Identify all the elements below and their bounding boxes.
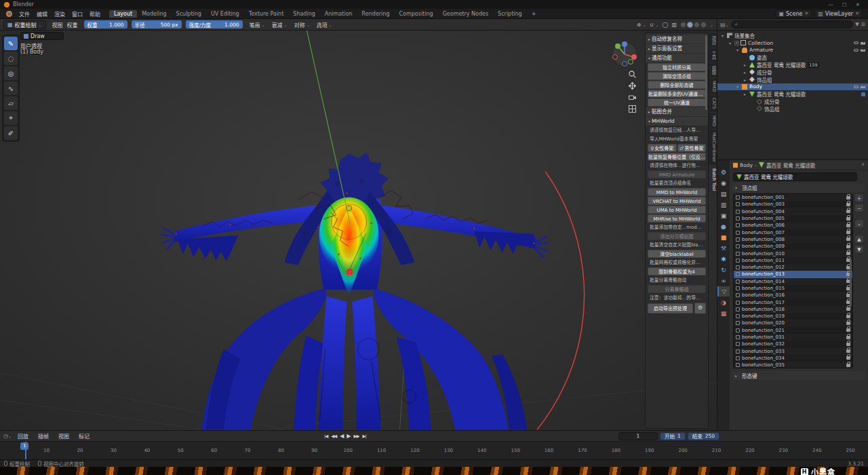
- sidebar-row[interactable]: 独立材质分离: [648, 63, 706, 71]
- viewport-menu-item[interactable]: 视图: [50, 21, 65, 28]
- workspace-tab[interactable]: Scripting: [493, 10, 527, 18]
- vertex-group-row[interactable]: bonefunction_003: [734, 201, 852, 208]
- play-reverse-button[interactable]: ◀: [340, 433, 343, 439]
- hide-eye-icon[interactable]: [854, 86, 859, 88]
- remove-vertex-group-button[interactable]: －: [854, 204, 864, 212]
- next-keyframe-button[interactable]: ▶▶: [354, 434, 359, 439]
- sidebar-row[interactable]: 统一UV通道: [648, 98, 706, 107]
- overlays-toggle[interactable]: ▥: [671, 22, 677, 28]
- sidebar-row[interactable]: ▸ 显示面板设置: [646, 44, 708, 53]
- vertex-group-row[interactable]: bonefunction_017: [734, 299, 852, 305]
- minimize-button[interactable]: ―: [825, 2, 837, 7]
- scene-unlink-icon[interactable]: ✕: [804, 11, 808, 16]
- vertex-groups-panel-header[interactable]: ▾ 顶点组: [732, 183, 865, 192]
- properties-tab[interactable]: ▣: [717, 210, 730, 221]
- collection-checkbox[interactable]: ✓: [734, 41, 739, 45]
- jump-to-start-button[interactable]: |◀: [324, 434, 328, 439]
- workspace-tab[interactable]: Layout: [109, 10, 137, 18]
- lock-icon[interactable]: [846, 322, 850, 325]
- vertex-group-row[interactable]: bonefunction_010: [734, 250, 852, 256]
- outliner-row[interactable]: ✓ 饰品组: [717, 105, 868, 113]
- lock-icon[interactable]: [846, 231, 850, 234]
- brush-dropdown[interactable]: 衰减: [272, 21, 288, 28]
- lock-icon[interactable]: [846, 364, 850, 367]
- workspace-tab[interactable]: Animation: [320, 10, 357, 18]
- sidebar-row[interactable]: 导入MHWorld基本骨架: [648, 135, 706, 143]
- properties-tab[interactable]: ◉: [717, 178, 730, 188]
- vertex-group-row[interactable]: bonefunction_016: [734, 292, 852, 299]
- vertex-group-row[interactable]: bonefunction_008: [734, 236, 852, 243]
- sidebar-row[interactable]: 批量添加带自定…mod分贝模贴图: [648, 223, 706, 231]
- viewlayer-unlink-icon[interactable]: ✕: [855, 11, 859, 16]
- menu-item[interactable]: 渲染: [51, 10, 68, 18]
- sidebar-row[interactable]: 限制骨骼权重为4: [648, 267, 706, 276]
- viewport-menu-item[interactable]: 权重: [65, 21, 80, 28]
- start-frame-field[interactable]: 开始 1: [660, 432, 686, 440]
- tool-button[interactable]: ∿: [4, 81, 18, 95]
- active-brush-selector[interactable]: Draw: [20, 32, 64, 40]
- properties-tab[interactable]: ▤: [717, 189, 730, 199]
- sidebar-row[interactable]: 清除空顶点组: [648, 72, 706, 80]
- expand-caret-icon[interactable]: ▸: [744, 62, 749, 67]
- sidebar-row[interactable]: ▾ 通用功能: [646, 54, 708, 62]
- sidebar-row[interactable]: MMD Armature: [648, 170, 706, 178]
- sidebar-row[interactable]: 删除全部形态键: [648, 81, 706, 89]
- disable-render-icon[interactable]: [861, 41, 865, 45]
- sidebar-row[interactable]: 批量恢复骨骼位置（仅反向pose…: [648, 153, 706, 161]
- lock-icon[interactable]: [846, 210, 850, 213]
- lock-icon[interactable]: [846, 203, 850, 206]
- sidebar-row[interactable]: 分离骨骼组: [648, 285, 706, 293]
- outliner-row[interactable]: ▸ ✓ 成分骨: [717, 69, 868, 76]
- vertex-group-row[interactable]: bonefunction_004: [734, 208, 852, 215]
- lock-icon[interactable]: [846, 328, 850, 332]
- tool-button[interactable]: ▱: [4, 96, 18, 110]
- shading-dropdown-icon[interactable]: ⌄: [710, 22, 713, 27]
- workspace-tab[interactable]: Geometry Nodes: [438, 10, 493, 18]
- sidebar-row[interactable]: ▾ MHWorld: [646, 117, 708, 126]
- pin-icon[interactable]: ⌖: [861, 162, 865, 168]
- workspace-tab[interactable]: Sculpting: [172, 10, 206, 18]
- sidebar-scrollbar[interactable]: [705, 35, 707, 110]
- brush-dropdown[interactable]: 笔画: [250, 21, 265, 28]
- solid-shading-icon[interactable]: [687, 22, 693, 28]
- add-vertex-group-button[interactable]: ＋: [854, 193, 864, 202]
- vertex-group-row[interactable]: bonefunction_012: [734, 264, 852, 271]
- sidebar-row[interactable]: 注意：该功能将…的导出前预处理!: [648, 294, 706, 302]
- vertex-group-row[interactable]: bonefunction_031: [734, 334, 852, 341]
- expand-caret-icon[interactable]: ▾: [729, 41, 734, 45]
- menu-item[interactable]: 编辑: [33, 10, 51, 18]
- sidebar-row[interactable]: 批量清空自定义贴图black label: [648, 241, 706, 249]
- sidebar-row[interactable]: 请谨慎恢复已经…人导出骨骼时: [648, 126, 706, 134]
- tool-button[interactable]: ✎: [4, 37, 18, 50]
- vertex-group-row[interactable]: bonefunction_035: [734, 362, 852, 368]
- end-frame-field[interactable]: 结束 250: [688, 432, 719, 440]
- sidebar-row[interactable]: 添加分贝模贴图: [648, 232, 706, 240]
- expand-caret-icon[interactable]: ▸: [744, 77, 749, 82]
- sidebar-row[interactable]: 批量网格权重规格化并限制为4: [648, 259, 706, 267]
- sidebar-row[interactable]: 请谨慎在物体…进行恢复骨骼: [648, 162, 706, 170]
- expand-caret-icon[interactable]: ▸: [744, 70, 749, 75]
- current-frame-field[interactable]: 1: [618, 432, 658, 440]
- properties-tab[interactable]: ✱: [717, 254, 730, 264]
- vertex-group-row[interactable]: bonefunction_001: [734, 194, 852, 201]
- properties-tab[interactable]: ▥: [717, 200, 730, 210]
- expand-caret-icon[interactable]: ▾: [736, 84, 742, 89]
- workspace-tab[interactable]: Shading: [288, 10, 320, 18]
- timeline-menu-item[interactable]: 插帧: [36, 432, 51, 440]
- vertex-group-row[interactable]: bonefunction_033: [734, 348, 852, 355]
- navigation-gizmo[interactable]: [612, 41, 637, 67]
- sidebar-tab[interactable]: Batch Tool: [709, 166, 717, 193]
- outliner-row[interactable]: ▸ ✓ 饰品组: [717, 76, 868, 83]
- sidebar-tab[interactable]: MatCombiner: [709, 130, 717, 165]
- properties-tab[interactable]: ●: [717, 221, 730, 231]
- workspace-tab[interactable]: Texture Paint: [244, 10, 289, 18]
- shape-keys-panel-header[interactable]: ▸ 形态键: [732, 371, 865, 380]
- sidebar-row[interactable]: ▸ 自动修复名称: [646, 35, 708, 43]
- jump-to-end-button[interactable]: ▶|: [363, 434, 366, 439]
- lock-icon[interactable]: [846, 245, 850, 248]
- move-view-icon[interactable]: [628, 81, 637, 90]
- vertex-group-row[interactable]: bonefunction_013: [734, 271, 852, 278]
- hide-eye-icon[interactable]: [854, 49, 859, 52]
- vertex-group-row[interactable]: bonefunction_011: [734, 257, 852, 264]
- outliner-row[interactable]: ▾ ✓ Armature: [717, 47, 868, 54]
